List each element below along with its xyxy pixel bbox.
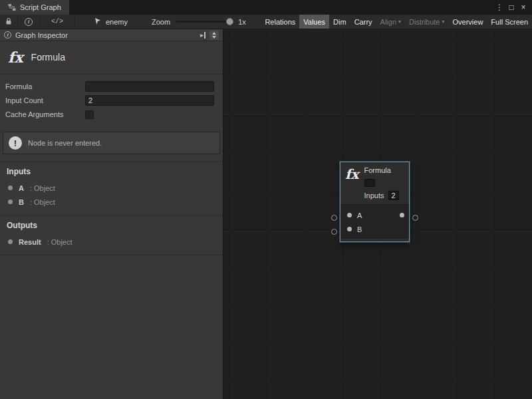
info-icon: i bbox=[4, 31, 11, 39]
input-port-a-row: A : Object bbox=[0, 181, 223, 195]
inspector-header-controls: ▸ bbox=[200, 31, 219, 40]
dim-button[interactable]: Dim bbox=[329, 15, 350, 29]
port-type: : Object bbox=[47, 238, 72, 246]
inspector-node-title-block: fx Formula bbox=[0, 41, 223, 74]
inspect-toggle-button[interactable]: i bbox=[18, 15, 39, 29]
inputs-header: Inputs bbox=[0, 167, 223, 181]
zoom-slider[interactable] bbox=[176, 21, 232, 23]
external-port-b-icon[interactable] bbox=[331, 229, 337, 235]
dock-icon[interactable]: ▸ bbox=[200, 32, 205, 39]
lock-icon bbox=[5, 17, 12, 27]
port-name: B bbox=[19, 198, 24, 206]
tab-script-graph[interactable]: Script Graph bbox=[0, 0, 69, 15]
kebab-menu-icon[interactable]: ⋮ bbox=[493, 3, 505, 12]
external-port-result-icon[interactable] bbox=[412, 215, 418, 221]
graph-ref-label: enemy bbox=[106, 18, 128, 26]
align-button[interactable]: Align ▾ bbox=[376, 15, 405, 29]
node-title: Formula bbox=[364, 166, 399, 175]
distribute-button[interactable]: Distribute ▾ bbox=[405, 15, 448, 29]
chevron-down-icon: ▾ bbox=[442, 19, 445, 25]
port-type: : Object bbox=[30, 198, 55, 206]
formula-field-label: Formula bbox=[5, 82, 85, 90]
output-port-result-row: Result : Object bbox=[0, 235, 223, 249]
inspector-fields: Formula Input Count Cache Arguments bbox=[0, 74, 223, 128]
distribute-button-label: Distribute bbox=[409, 18, 440, 26]
node-input-count[interactable]: 2 bbox=[388, 191, 399, 200]
graph-toolbar: i </> enemy Zoom 1x Relations Values Di bbox=[0, 15, 532, 29]
port-dot-icon bbox=[8, 239, 13, 244]
info-icon: i bbox=[25, 18, 33, 26]
output-port-result-icon[interactable] bbox=[400, 213, 404, 217]
inspector-header: i Graph Inspector ▸ bbox=[0, 29, 223, 41]
outputs-section: Outputs Result : Object bbox=[0, 215, 223, 255]
external-port-a-icon[interactable] bbox=[331, 215, 337, 221]
fx-icon: fx bbox=[345, 166, 359, 200]
input-port-a-icon[interactable] bbox=[347, 213, 352, 217]
node-formula-input[interactable] bbox=[364, 179, 375, 187]
port-dot-icon bbox=[8, 200, 13, 204]
maximize-icon[interactable]: □ bbox=[505, 3, 517, 12]
zoom-label: Zoom bbox=[152, 18, 170, 26]
code-view-button[interactable]: </> bbox=[40, 15, 74, 29]
fullscreen-button[interactable]: Full Screen bbox=[487, 15, 532, 29]
cache-arguments-checkbox[interactable] bbox=[85, 110, 94, 119]
port-dot-icon bbox=[8, 186, 13, 190]
input-count-label: Input Count bbox=[5, 96, 85, 104]
window-controls: ⋮ □ × bbox=[493, 0, 532, 15]
port-name: Result bbox=[19, 238, 41, 246]
outputs-header: Outputs bbox=[0, 221, 223, 235]
close-icon[interactable]: × bbox=[517, 3, 529, 12]
formula-node[interactable]: fx Formula Inputs 2 A bbox=[340, 162, 410, 242]
relations-button[interactable]: Relations bbox=[261, 15, 299, 29]
chevron-down-icon: ▾ bbox=[398, 19, 401, 25]
input-port-b-row: B : Object bbox=[0, 195, 223, 209]
lock-button[interactable] bbox=[0, 15, 17, 29]
spinner-icon[interactable] bbox=[209, 31, 219, 40]
toolbar-buttons: Relations Values Dim Carry Align ▾ Distr… bbox=[261, 15, 532, 29]
arrow-down-icon bbox=[212, 36, 216, 39]
cache-arguments-label: Cache Arguments bbox=[5, 110, 85, 118]
node-input-count-row: Inputs 2 bbox=[364, 191, 399, 200]
input-port-b-icon[interactable] bbox=[347, 227, 352, 231]
inspector-node-title: Formula bbox=[31, 52, 65, 63]
port-label: B bbox=[357, 225, 362, 233]
panel-title: Graph Inspector bbox=[15, 31, 68, 39]
graph-breadcrumb[interactable]: enemy bbox=[94, 17, 128, 27]
code-icon: </> bbox=[51, 18, 63, 25]
graph-canvas[interactable]: fx Formula Inputs 2 A bbox=[223, 29, 532, 399]
port-type: : Object bbox=[30, 184, 55, 192]
values-button[interactable]: Values bbox=[299, 15, 329, 29]
formula-field-row: Formula bbox=[5, 80, 214, 92]
script-graph-icon bbox=[8, 3, 16, 11]
node-ports: A B bbox=[340, 204, 409, 237]
warning-icon: ! bbox=[9, 136, 22, 150]
zoom-value: 1x bbox=[238, 18, 246, 26]
input-count-field-row: Input Count bbox=[5, 94, 214, 106]
overview-button[interactable]: Overview bbox=[449, 15, 487, 29]
zoom-slider-knob[interactable] bbox=[226, 18, 233, 25]
tab-label: Script Graph bbox=[20, 3, 61, 11]
formula-input[interactable] bbox=[85, 81, 214, 92]
warning-text: Node is never entered. bbox=[28, 139, 102, 147]
node-port-row-b: B bbox=[340, 222, 409, 236]
toolbar-separator bbox=[74, 15, 75, 29]
node-header-fields: Formula Inputs 2 bbox=[364, 166, 399, 200]
align-button-label: Align bbox=[380, 18, 396, 26]
formula-node-header[interactable]: fx Formula Inputs 2 bbox=[340, 162, 409, 204]
node-footer bbox=[340, 237, 409, 241]
unity-script-graph-window: Script Graph ⋮ □ × i </> bbox=[0, 0, 532, 399]
graph-inspector-panel: i Graph Inspector ▸ fx Formula Formula I… bbox=[0, 29, 223, 399]
title-bar: Script Graph ⋮ □ × bbox=[0, 0, 532, 15]
zoom-control: Zoom 1x bbox=[152, 18, 246, 26]
warning-box: ! Node is never entered. bbox=[3, 132, 220, 154]
fx-icon: fx bbox=[8, 49, 23, 65]
node-port-row-a: A bbox=[340, 208, 409, 222]
cache-arguments-field-row: Cache Arguments bbox=[5, 108, 214, 120]
node-inputs-label: Inputs bbox=[364, 192, 384, 200]
graph-pointer-icon bbox=[94, 17, 102, 27]
input-count-input[interactable] bbox=[85, 95, 214, 106]
carry-button[interactable]: Carry bbox=[350, 15, 376, 29]
inputs-section: Inputs A : Object B : Object bbox=[0, 161, 223, 215]
port-label: A bbox=[357, 211, 362, 219]
arrow-up-icon bbox=[212, 32, 216, 35]
